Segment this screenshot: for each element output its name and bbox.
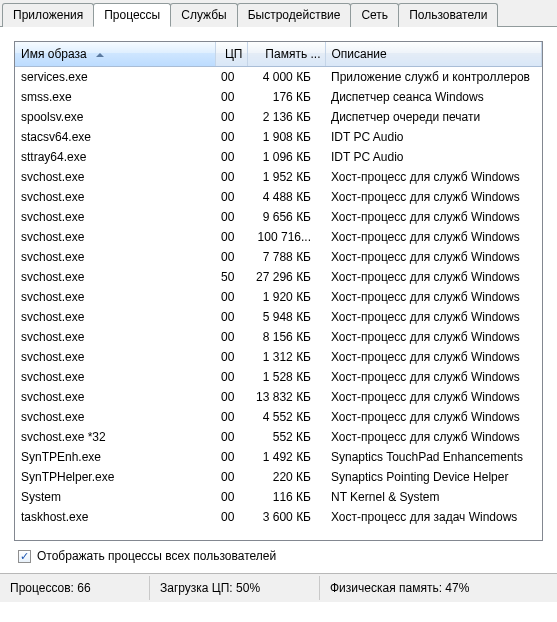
sort-ascending-icon: [96, 53, 104, 57]
tab-content: Имя образа ЦП Память ... Описание servic…: [0, 27, 557, 573]
cell-description: Приложение служб и контроллеров: [325, 67, 542, 87]
table-row[interactable]: taskhost.exe003 600 КБХост-процесс для з…: [15, 507, 542, 527]
tab-0[interactable]: Приложения: [2, 3, 94, 27]
process-table-container: Имя образа ЦП Память ... Описание servic…: [14, 41, 543, 541]
table-row[interactable]: svchost.exe004 488 КБХост-процесс для сл…: [15, 187, 542, 207]
status-cpu-usage: Загрузка ЦП: 50%: [150, 576, 320, 600]
cell-memory: 4 000 КБ: [247, 67, 325, 87]
cell-name: spoolsv.exe: [15, 107, 215, 127]
cell-name: svchost.exe: [15, 287, 215, 307]
cell-name: stacsv64.exe: [15, 127, 215, 147]
cell-description: Хост-процесс для служб Windows: [325, 347, 542, 367]
cell-cpu: 00: [215, 167, 247, 187]
table-row[interactable]: svchost.exe00100 716...Хост-процесс для …: [15, 227, 542, 247]
cell-cpu: 00: [215, 67, 247, 87]
cell-cpu: 00: [215, 187, 247, 207]
cell-name: svchost.exe: [15, 307, 215, 327]
cell-memory: 13 832 КБ: [247, 387, 325, 407]
table-row[interactable]: sttray64.exe001 096 КБIDT PC Audio: [15, 147, 542, 167]
cell-cpu: 00: [215, 447, 247, 467]
cell-cpu: 50: [215, 267, 247, 287]
cell-memory: 552 КБ: [247, 427, 325, 447]
cell-description: IDT PC Audio: [325, 127, 542, 147]
cell-memory: 3 600 КБ: [247, 507, 325, 527]
table-row[interactable]: stacsv64.exe001 908 КБIDT PC Audio: [15, 127, 542, 147]
cell-memory: 2 136 КБ: [247, 107, 325, 127]
table-row[interactable]: svchost.exe004 552 КБХост-процесс для сл…: [15, 407, 542, 427]
cell-name: services.exe: [15, 67, 215, 87]
cell-name: svchost.exe: [15, 387, 215, 407]
cell-cpu: 00: [215, 387, 247, 407]
cell-memory: 1 312 КБ: [247, 347, 325, 367]
table-row[interactable]: svchost.exe0013 832 КБХост-процесс для с…: [15, 387, 542, 407]
cell-name: sttray64.exe: [15, 147, 215, 167]
cell-cpu: 00: [215, 487, 247, 507]
cell-description: Хост-процесс для служб Windows: [325, 387, 542, 407]
status-bar: Процессов: 66 Загрузка ЦП: 50% Физическа…: [0, 573, 557, 602]
show-all-users-row: ✓ Отображать процессы всех пользователей: [14, 541, 543, 567]
cell-cpu: 00: [215, 287, 247, 307]
cell-memory: 116 КБ: [247, 487, 325, 507]
cell-name: svchost.exe: [15, 327, 215, 347]
table-row[interactable]: svchost.exe001 312 КБХост-процесс для сл…: [15, 347, 542, 367]
tab-3[interactable]: Быстродействие: [237, 3, 352, 27]
table-row[interactable]: services.exe004 000 КБПриложение служб и…: [15, 67, 542, 87]
table-row[interactable]: smss.exe00176 КБДиспетчер сеанса Windows: [15, 87, 542, 107]
table-row[interactable]: svchost.exe001 920 КБХост-процесс для сл…: [15, 287, 542, 307]
tab-4[interactable]: Сеть: [350, 3, 399, 27]
table-row[interactable]: spoolsv.exe002 136 КБДиспетчер очереди п…: [15, 107, 542, 127]
cell-description: Хост-процесс для служб Windows: [325, 427, 542, 447]
show-all-users-checkbox[interactable]: ✓: [18, 550, 31, 563]
cell-cpu: 00: [215, 327, 247, 347]
cell-name: SynTPEnh.exe: [15, 447, 215, 467]
tab-1[interactable]: Процессы: [93, 3, 171, 27]
column-header-description[interactable]: Описание: [325, 42, 542, 67]
cell-memory: 1 908 КБ: [247, 127, 325, 147]
table-row[interactable]: svchost.exe008 156 КБХост-процесс для сл…: [15, 327, 542, 347]
cell-cpu: 00: [215, 207, 247, 227]
table-row[interactable]: svchost.exe001 952 КБХост-процесс для сл…: [15, 167, 542, 187]
cell-description: Хост-процесс для служб Windows: [325, 407, 542, 427]
table-row[interactable]: SynTPHelper.exe00220 КБSynaptics Pointin…: [15, 467, 542, 487]
cell-memory: 27 296 КБ: [247, 267, 325, 287]
table-row[interactable]: svchost.exe009 656 КБХост-процесс для сл…: [15, 207, 542, 227]
cell-memory: 100 716...: [247, 227, 325, 247]
cell-description: IDT PC Audio: [325, 147, 542, 167]
table-row[interactable]: svchost.exe005 948 КБХост-процесс для сл…: [15, 307, 542, 327]
cell-cpu: 00: [215, 247, 247, 267]
table-row[interactable]: svchost.exe *3200552 КБХост-процесс для …: [15, 427, 542, 447]
column-header-name[interactable]: Имя образа: [15, 42, 215, 67]
status-process-count: Процессов: 66: [0, 576, 150, 600]
cell-memory: 4 488 КБ: [247, 187, 325, 207]
cell-description: Хост-процесс для задач Windows: [325, 507, 542, 527]
status-memory-usage: Физическая память: 47%: [320, 576, 557, 600]
cell-memory: 1 920 КБ: [247, 287, 325, 307]
cell-memory: 176 КБ: [247, 87, 325, 107]
cell-name: svchost.exe: [15, 267, 215, 287]
cell-description: Хост-процесс для служб Windows: [325, 287, 542, 307]
cell-name: System: [15, 487, 215, 507]
cell-memory: 4 552 КБ: [247, 407, 325, 427]
cell-name: svchost.exe: [15, 367, 215, 387]
cell-cpu: 00: [215, 507, 247, 527]
table-row[interactable]: svchost.exe007 788 КБХост-процесс для сл…: [15, 247, 542, 267]
cell-name: taskhost.exe: [15, 507, 215, 527]
column-header-cpu[interactable]: ЦП: [215, 42, 247, 67]
cell-name: svchost.exe: [15, 207, 215, 227]
cell-description: Диспетчер очереди печати: [325, 107, 542, 127]
table-row[interactable]: svchost.exe001 528 КБХост-процесс для сл…: [15, 367, 542, 387]
cell-cpu: 00: [215, 367, 247, 387]
tab-5[interactable]: Пользователи: [398, 3, 498, 27]
cell-description: Synaptics Pointing Device Helper: [325, 467, 542, 487]
cell-cpu: 00: [215, 307, 247, 327]
column-header-memory[interactable]: Память ...: [247, 42, 325, 67]
table-row[interactable]: SynTPEnh.exe001 492 КБSynaptics TouchPad…: [15, 447, 542, 467]
table-row[interactable]: System00116 КБNT Kernel & System: [15, 487, 542, 507]
cell-memory: 7 788 КБ: [247, 247, 325, 267]
cell-description: Хост-процесс для служб Windows: [325, 167, 542, 187]
cell-cpu: 00: [215, 227, 247, 247]
cell-description: Хост-процесс для служб Windows: [325, 307, 542, 327]
table-row[interactable]: svchost.exe5027 296 КБХост-процесс для с…: [15, 267, 542, 287]
cell-memory: 5 948 КБ: [247, 307, 325, 327]
tab-2[interactable]: Службы: [170, 3, 237, 27]
